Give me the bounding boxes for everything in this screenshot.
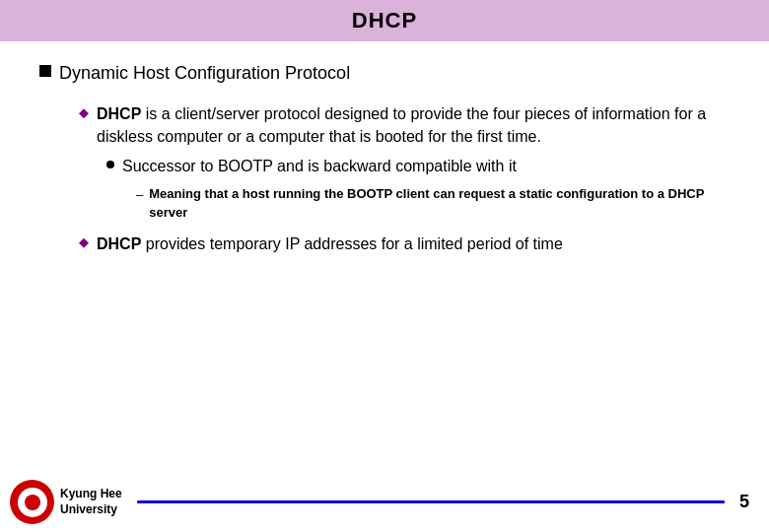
diamond-bullet-icon-1 [79, 108, 89, 118]
sub-bullet-text-1: Successor to BOOTP and is backward compa… [122, 156, 517, 177]
footer: Kyung Hee University 5 [0, 474, 769, 532]
bullet-text-2: DHCP provides temporary IP addresses for… [97, 233, 563, 255]
sub-bullet-item-1: Successor to BOOTP and is backward compa… [106, 156, 730, 177]
main-point: Dynamic Host Configuration Protocol [39, 61, 730, 86]
slide-title: DHCP [352, 8, 417, 33]
slide: DHCP Dynamic Host Configuration Protocol… [0, 0, 769, 532]
university-logo [10, 480, 54, 524]
footer-line-area [137, 500, 725, 503]
page-number: 5 [739, 492, 749, 512]
sub-bullet-section: Successor to BOOTP and is backward compa… [106, 156, 730, 222]
sub-sub-bullet: – Meaning that a host running the BOOTP … [136, 185, 730, 221]
logo-circle [10, 480, 54, 524]
bullet-item-1: DHCP is a client/server protocol designe… [79, 103, 730, 148]
sub-section-1: DHCP is a client/server protocol designe… [79, 103, 730, 255]
footer-line [137, 500, 725, 503]
square-bullet-icon [39, 65, 51, 77]
footer-logo-area: Kyung Hee University [10, 480, 122, 524]
bullet-item-2: DHCP provides temporary IP addresses for… [79, 233, 730, 255]
logo-inner [18, 488, 47, 517]
sub-sub-bullet-text: Meaning that a host running the BOOTP cl… [149, 185, 730, 221]
round-bullet-icon-1 [106, 161, 114, 168]
main-point-text: Dynamic Host Configuration Protocol [59, 61, 350, 86]
slide-content: Dynamic Host Configuration Protocol DHCP… [0, 61, 769, 255]
university-name: Kyung Hee University [60, 487, 122, 517]
logo-core [25, 495, 40, 510]
title-bar: DHCP [0, 0, 769, 41]
diamond-bullet-icon-2 [79, 238, 89, 248]
dash-icon: – [136, 187, 143, 202]
bullet-text-1: DHCP is a client/server protocol designe… [97, 103, 730, 148]
